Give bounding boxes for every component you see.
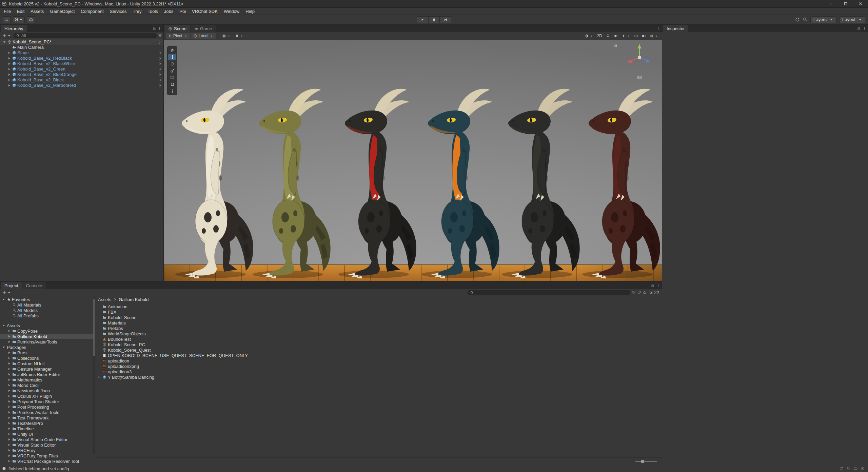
camera-settings-dropdown[interactable] — [640, 33, 647, 39]
expand-arrow-icon[interactable] — [7, 416, 11, 420]
hierarchy-item-kobold-base-v2-green[interactable]: Kobold_Base_v2_Green — [0, 66, 163, 72]
open-prefab-icon[interactable] — [158, 78, 163, 82]
handle-rotation-dropdown[interactable]: Local — [191, 33, 216, 39]
lock-icon[interactable] — [651, 283, 655, 288]
version-control-button[interactable] — [3, 16, 11, 23]
tab-scene[interactable]: Scene — [164, 25, 190, 32]
kobold-blueorange[interactable] — [419, 82, 500, 279]
kobold-blackwhite[interactable] — [173, 82, 254, 279]
hidden-packages-toggle[interactable]: 22 — [648, 290, 660, 295]
menu-poi[interactable]: Poi — [176, 8, 189, 15]
asset-uploadicon2png[interactable]: uploadicon2png — [95, 363, 662, 369]
search-icon[interactable] — [803, 17, 808, 22]
project-tree-item-oculus-xr-plugin[interactable]: Oculus XR Plugin — [0, 393, 95, 399]
expand-arrow-icon[interactable] — [7, 454, 11, 458]
expand-arrow-icon[interactable] — [7, 67, 11, 71]
asset-materials[interactable]: Materials — [95, 320, 662, 326]
menu-assets[interactable]: Assets — [27, 8, 47, 15]
expand-arrow-icon[interactable] — [7, 51, 11, 55]
view-hand-tool-button[interactable] — [168, 47, 176, 54]
project-tree-item-collections[interactable]: Collections — [0, 355, 95, 361]
background-tasks-icon[interactable] — [839, 467, 843, 471]
hierarchy-search[interactable] — [14, 33, 157, 38]
scene-orientation-gizmo[interactable] — [620, 42, 659, 73]
collapse-arrow-icon[interactable] — [2, 40, 6, 44]
open-prefab-icon[interactable] — [158, 51, 163, 55]
step-button[interactable] — [440, 16, 451, 23]
custom-tool-button[interactable] — [168, 88, 176, 94]
expand-arrow-icon[interactable] — [7, 361, 11, 366]
project-tree-item-visual-studio-editor[interactable]: Visual Studio Editor — [0, 442, 95, 448]
project-tree-item-test-framework[interactable]: Test Framework — [0, 415, 95, 420]
collapse-arrow-icon[interactable] — [1, 323, 6, 328]
expand-arrow-icon[interactable] — [7, 351, 11, 355]
collapse-arrow-icon[interactable] — [1, 297, 6, 301]
expand-arrow-icon[interactable] — [7, 410, 11, 414]
project-tree-item-newtonsoft-json[interactable]: Newtonsoft Json — [0, 388, 95, 393]
expand-arrow-icon[interactable] — [97, 375, 101, 379]
hierarchy-scene-row[interactable]: Kobold_Scene_PC* — [0, 39, 163, 45]
open-prefab-icon[interactable] — [158, 62, 163, 66]
notifications-bell-icon[interactable] — [846, 467, 850, 471]
expand-arrow-icon[interactable] — [7, 427, 11, 431]
project-tree-item-vrcfury-temp-files[interactable]: VRCFury Temp Files — [0, 453, 95, 458]
tab-inspector[interactable]: Inspector — [663, 25, 688, 32]
hierarchy-item-main-camera[interactable]: Main Camera — [0, 45, 163, 50]
project-tree-item-burst[interactable]: Burst — [0, 350, 95, 355]
asset-open-kobold-scene-use-quest-scene-for-quest-only[interactable]: OPEN KOBOLD_SCENE_USE_QUEST_SCENE_FOR_QU… — [95, 353, 662, 358]
breadcrumb-assets[interactable]: Assets — [98, 297, 111, 302]
menu-gameobject[interactable]: GameObject — [47, 8, 78, 15]
project-tree-item-vrchat-package-resolver-tool[interactable]: VRChat Package Resolver Tool — [0, 458, 95, 464]
project-tree-item-post-processing[interactable]: Post Processing — [0, 404, 95, 410]
search-by-type-icon[interactable] — [632, 291, 636, 295]
lock-icon[interactable] — [152, 26, 156, 31]
console-status-icon[interactable] — [861, 467, 865, 471]
expand-arrow-icon[interactable] — [7, 334, 11, 338]
menu-tools[interactable]: Tools — [144, 8, 161, 15]
grid-snap-dropdown[interactable] — [221, 33, 232, 39]
open-prefab-icon[interactable] — [158, 67, 163, 71]
asset-worldstageobjects[interactable]: WorldStageObjects — [95, 331, 662, 336]
scene-viewport[interactable]: Iso — [164, 40, 662, 281]
close-button[interactable] — [853, 0, 868, 7]
asset-uploadicon[interactable]: uploadicon — [95, 358, 662, 363]
kobold-green[interactable] — [250, 82, 331, 279]
expand-arrow-icon[interactable] — [7, 437, 11, 441]
gizmo-projection-label[interactable]: Iso — [620, 75, 659, 80]
hierarchy-search-input[interactable] — [21, 33, 154, 38]
create-asset-button[interactable] — [1, 290, 12, 295]
hierarchy-item-kobold-base-v2-blueorange[interactable]: Kobold_Base_v2_BlueOrange — [0, 72, 163, 77]
breadcrumb-current-folder[interactable]: Gallium Kobold — [119, 297, 149, 302]
cloud-services-button[interactable] — [27, 16, 35, 23]
asset-fbx[interactable]: FBX — [95, 309, 662, 315]
panel-menu-icon[interactable] — [862, 26, 866, 31]
menu-thry[interactable]: Thry — [130, 8, 144, 15]
panel-menu-icon[interactable] — [158, 26, 162, 31]
expand-arrow-icon[interactable] — [7, 83, 11, 87]
layers-dropdown[interactable]: Layers — [810, 16, 836, 23]
expand-arrow-icon[interactable] — [7, 78, 11, 82]
lighting-toggle[interactable] — [605, 33, 611, 39]
hierarchy-item-stage[interactable]: Stage — [0, 50, 163, 56]
expand-arrow-icon[interactable] — [7, 372, 11, 376]
project-tree-item-mathematics[interactable]: Mathematics — [0, 377, 95, 382]
tab-project[interactable]: Project — [1, 282, 22, 289]
pivot-mode-dropdown[interactable]: Pivot — [166, 33, 190, 39]
account-button[interactable]: G — [13, 16, 25, 23]
asset-bouncetest[interactable]: BounceTest — [95, 336, 662, 342]
panel-menu-icon[interactable] — [656, 26, 660, 31]
project-tree-item-all-models[interactable]: All Models — [0, 308, 95, 313]
project-tree-item-pumkins-avatar-tools[interactable]: Pumkins Avatar Tools — [0, 410, 95, 415]
draw-mode-dropdown[interactable] — [583, 33, 595, 39]
expand-arrow-icon[interactable] — [7, 448, 11, 452]
create-object-button[interactable] — [1, 33, 12, 38]
rotate-tool-button[interactable] — [168, 61, 176, 67]
search-filter-icon[interactable] — [158, 34, 162, 38]
pause-button[interactable] — [428, 16, 440, 23]
project-tree-item-all-materials[interactable]: All Materials — [0, 302, 95, 308]
hierarchy-item-kobold-base-v2-blackwhite[interactable]: Kobold_Base_v2_BlackWhite — [0, 61, 163, 66]
expand-arrow-icon[interactable] — [7, 383, 11, 387]
open-prefab-icon[interactable] — [158, 83, 163, 87]
audio-toggle[interactable] — [612, 33, 619, 39]
expand-arrow-icon[interactable] — [7, 399, 11, 404]
